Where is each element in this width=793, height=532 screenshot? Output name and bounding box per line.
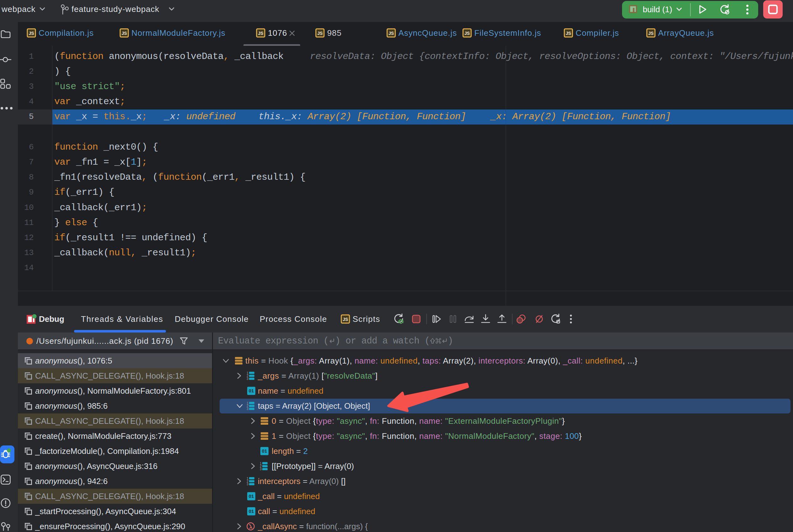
svg-text:3: 3 <box>247 377 248 380</box>
svg-text:JS: JS <box>317 31 322 36</box>
svg-text:JS: JS <box>29 31 34 36</box>
svg-text:JS: JS <box>388 31 394 36</box>
svg-text:JS: JS <box>566 31 571 36</box>
svg-text:JS: JS <box>258 31 263 36</box>
svg-text:3: 3 <box>247 407 248 410</box>
svg-text:JS: JS <box>464 31 470 36</box>
svg-text:JS: JS <box>342 317 348 322</box>
svg-text:3: 3 <box>247 482 248 486</box>
svg-text:JS: JS <box>648 31 654 36</box>
svg-text:3: 3 <box>260 468 262 471</box>
svg-text:JS: JS <box>121 31 127 36</box>
